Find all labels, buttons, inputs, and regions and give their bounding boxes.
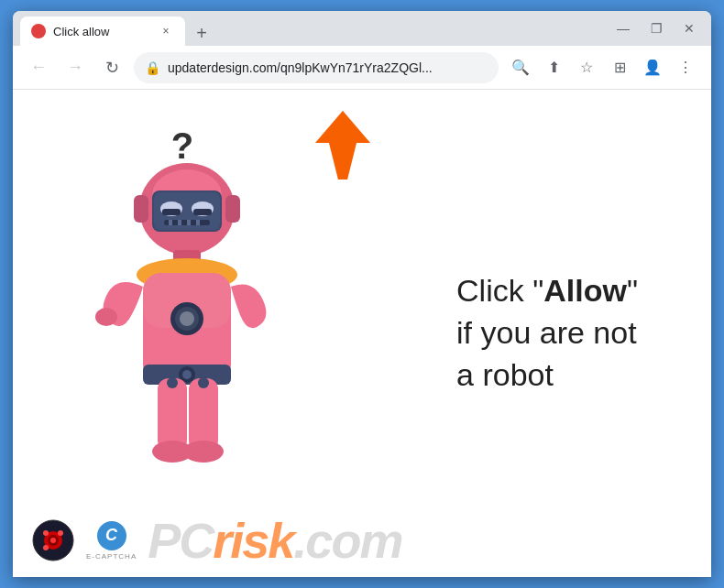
watermark: C E-CAPTCHA PCrisk.com xyxy=(13,504,711,577)
svg-rect-6 xyxy=(134,195,148,223)
window-controls: — ❐ ✕ xyxy=(609,14,704,43)
svg-point-41 xyxy=(43,530,49,536)
svg-point-33 xyxy=(183,441,224,463)
tab-title: Click allow xyxy=(53,25,150,38)
lock-icon: 🔒 xyxy=(145,60,160,75)
active-tab[interactable]: Click allow × xyxy=(20,16,185,46)
address-bar[interactable]: 🔒 updaterdesign.com/qn9lpKwYn71rYra2ZQGl… xyxy=(134,52,499,83)
svg-point-43 xyxy=(43,545,49,550)
ecaptcha-badge: C E-CAPTCHA xyxy=(86,521,137,561)
close-button[interactable]: ✕ xyxy=(675,14,704,43)
ecaptcha-logo: C xyxy=(97,521,126,550)
pcrisk-scan-icon xyxy=(31,518,75,562)
risk-text: risk xyxy=(213,513,293,568)
url-text: updaterdesign.com/qn9lpKwYn71rYra2ZQGl..… xyxy=(168,60,488,75)
svg-point-28 xyxy=(182,370,192,379)
maximize-button[interactable]: ❐ xyxy=(642,14,671,43)
svg-rect-13 xyxy=(193,209,212,215)
refresh-button[interactable]: ↻ xyxy=(97,53,126,82)
orange-arrow-icon xyxy=(297,106,379,198)
svg-text:?: ? xyxy=(171,125,193,166)
pc-text: PC xyxy=(148,513,213,568)
svg-point-29 xyxy=(95,308,117,326)
svg-marker-2 xyxy=(315,111,370,180)
message-text-click: Click " xyxy=(456,273,543,308)
new-tab-button[interactable]: + xyxy=(189,20,214,46)
nav-icons: 🔍 ⬆ ☆ ⊞ 👤 ⋮ xyxy=(506,53,700,82)
robot-illustration: ? xyxy=(86,117,306,502)
browser-window: Click allow × + — ❐ ✕ ← → ↻ 🔒 updaterdes… xyxy=(13,11,711,577)
svg-rect-7 xyxy=(225,195,240,223)
bookmark-icon[interactable]: ☆ xyxy=(572,53,601,82)
svg-point-35 xyxy=(198,377,209,388)
forward-button[interactable]: → xyxy=(60,53,90,82)
extensions-icon[interactable]: ⊞ xyxy=(605,53,634,82)
back-button[interactable]: ← xyxy=(24,53,53,82)
svg-rect-18 xyxy=(196,220,200,225)
svg-point-42 xyxy=(58,530,63,536)
ecaptcha-label: E-CAPTCHA xyxy=(86,552,137,561)
svg-rect-16 xyxy=(178,220,181,225)
pcrisk-text: PCrisk.com xyxy=(148,516,401,565)
message-line3: a robot xyxy=(456,354,638,397)
robot-svg: ? xyxy=(86,117,288,502)
svg-rect-12 xyxy=(162,209,181,215)
svg-rect-17 xyxy=(187,220,191,225)
profile-icon[interactable]: 👤 xyxy=(638,53,667,82)
minimize-button[interactable]: — xyxy=(609,14,638,43)
title-bar: Click allow × + — ❐ ✕ xyxy=(13,11,711,46)
message-line2: if you are not xyxy=(456,312,638,354)
message-bold-allow: Allow xyxy=(543,273,627,308)
search-icon[interactable]: 🔍 xyxy=(506,53,535,82)
svg-point-25 xyxy=(180,311,194,326)
message-container: Click "Allow" if you are not a robot xyxy=(456,270,638,397)
dot-com-text: . xyxy=(293,513,305,568)
tab-favicon xyxy=(31,24,46,38)
share-icon[interactable]: ⬆ xyxy=(539,53,568,82)
menu-icon[interactable]: ⋮ xyxy=(671,53,700,82)
svg-point-40 xyxy=(50,538,56,543)
arrow-container xyxy=(297,106,379,201)
tab-close-button[interactable]: × xyxy=(158,23,174,39)
com-text: com xyxy=(305,513,401,568)
tab-area: Click allow × + xyxy=(20,11,605,46)
svg-point-34 xyxy=(167,377,178,388)
nav-bar: ← → ↻ 🔒 updaterdesign.com/qn9lpKwYn71rYr… xyxy=(13,46,711,90)
message-text-quote: " xyxy=(627,273,638,308)
message-line1: Click "Allow" xyxy=(456,270,638,312)
svg-rect-15 xyxy=(169,220,172,225)
page-content: ? xyxy=(13,90,711,577)
